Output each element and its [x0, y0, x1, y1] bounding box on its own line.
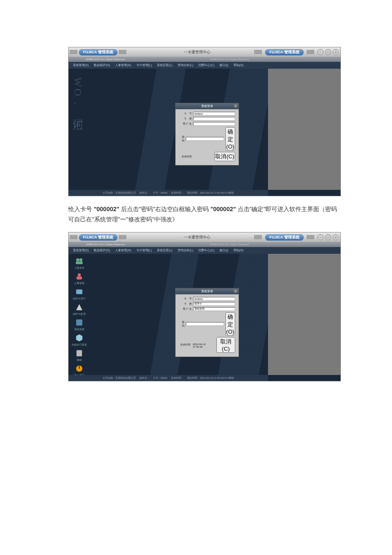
instruction-text: 怆入卡号 "000002" 后点击"密码"右边空白框输入密码 "000002" … [68, 204, 341, 224]
grip-icon [254, 50, 262, 54]
close-button[interactable]: × [333, 49, 339, 55]
card-no-input[interactable] [193, 112, 235, 116]
svg-rect-4 [77, 276, 82, 279]
max-button[interactable]: □ [325, 234, 331, 240]
login-time-label: 登录时间 [179, 343, 190, 347]
menu-item[interactable]: 查询分析(L) [178, 248, 193, 253]
grip-icon [307, 50, 314, 54]
sidebar-item-help[interactable]: 帮助 [75, 349, 84, 362]
menubar: 系统管理(S) 数据维护(D) 人事管理(D) 卡片管理(L) 系统设置(L) … [69, 247, 340, 254]
svg-point-0 [76, 259, 79, 262]
grip-icon [119, 235, 127, 239]
login-screenshot-2: FUJICA 管理系统 一卡通管理中心 FUJICA 管理系统 − □ × 20… [68, 232, 341, 381]
password-input[interactable] [186, 322, 224, 326]
password-input[interactable] [186, 137, 224, 141]
max-button[interactable]: □ [325, 49, 331, 55]
menu-item[interactable]: 人事管理(D) [115, 248, 131, 253]
svg-rect-9 [79, 366, 80, 369]
card-name-input[interactable] [193, 117, 235, 121]
brand-pill-left: FUJICA 管理系统 [79, 234, 118, 241]
brand-pill-left: FUJICA 管理系统 [79, 49, 118, 55]
right-panel [268, 69, 340, 190]
card-name-label: 卡 类 [179, 117, 192, 121]
menu-item[interactable]: 消费中心(C) [198, 63, 214, 67]
card-no-input[interactable] [193, 297, 235, 301]
min-button[interactable]: − [317, 49, 323, 55]
menu-item[interactable]: 数据维护(D) [94, 248, 110, 253]
sidebar-item-temp-handle[interactable]: 临时卡处理 [73, 302, 86, 316]
menu-item[interactable]: 系统管理(S) [73, 248, 89, 253]
svg-rect-5 [76, 290, 83, 294]
watermark: WO . 词汇 [71, 77, 85, 114]
min-button[interactable]: − [317, 234, 323, 240]
svg-point-1 [79, 259, 82, 262]
grip-icon [70, 235, 78, 239]
menu-item[interactable]: 系统管理(S) [73, 63, 89, 67]
grip-icon [254, 235, 262, 239]
login-time-label: 登录时间 [179, 155, 192, 159]
card-name-label: 卡 类 [179, 302, 192, 306]
menu-item[interactable]: 卡片管理(L) [136, 248, 152, 253]
sidebar-item-login[interactable]: 上线登录 [74, 256, 84, 270]
user-label: 用 户 名 [179, 122, 192, 126]
status-bar: 公司名称：安德科技有限公司 操作员： 卡号：00001 登录时间： 现在时间：2… [69, 190, 268, 196]
login-dialog-title: 系统登录 [176, 103, 239, 109]
svg-rect-7 [77, 350, 82, 357]
close-button[interactable]: × [333, 234, 339, 240]
login-dialog: 系统登录 卡 号 卡 类 用 户 名 密 码 [175, 288, 239, 357]
cancel-button[interactable]: 取消(C) [214, 152, 235, 161]
user-input[interactable] [193, 122, 235, 126]
svg-rect-6 [76, 320, 83, 326]
user-label: 用 户 名 [179, 307, 192, 311]
copyright-bar: 2008FUJICA ALL Rights Reserved 2008FUJIC… [69, 242, 340, 247]
menu-item[interactable]: 消费中心(C) [198, 248, 214, 253]
password-label: 密 码 [179, 320, 184, 328]
window-titlebar: FUJICA 管理系统 一卡通管理中心 FUJICA 管理系统 − □ × [69, 47, 340, 57]
svg-rect-2 [76, 262, 83, 264]
menu-item[interactable]: 窗口(I) [219, 63, 228, 67]
card-no-label: 卡 号 [179, 297, 192, 301]
right-panel [268, 254, 340, 375]
sidebar-item-hr[interactable]: 人事管理 [74, 272, 84, 285]
card-no-label: 卡 号 [179, 112, 192, 116]
menu-item[interactable]: 系统设置(L) [157, 63, 173, 67]
password-label: 密 码 [179, 135, 184, 143]
card-name-input[interactable] [193, 302, 235, 306]
sidebar-item-temp-issue[interactable]: 临时卡发行 [73, 287, 86, 301]
window-title: 一卡通管理中心 [141, 49, 253, 55]
menu-item[interactable]: 帮助(D) [233, 63, 244, 67]
status-bar: 公司名称：安德科技有限公司 操作员： 卡号：00001 登录时间： 现在时间：2… [69, 375, 268, 381]
menu-item[interactable]: 系统设置(L) [157, 248, 173, 253]
menu-item[interactable]: 数据维护(D) [94, 63, 110, 67]
menu-item[interactable]: 帮助(D) [233, 248, 244, 253]
login-screenshot-1: FUJICA 管理系统 一卡通管理中心 FUJICA 管理系统 − □ × 20… [68, 47, 341, 196]
ok-button[interactable]: 确定(O) [225, 312, 235, 336]
ok-button[interactable]: 确定(O) [225, 127, 235, 151]
window-title: 一卡通管理中心 [141, 235, 253, 240]
window-titlebar: FUJICA 管理系统 一卡通管理中心 FUJICA 管理系统 − □ × [69, 232, 340, 242]
brand-pill-right: FUJICA 管理系统 [265, 49, 304, 55]
grip-icon [70, 50, 78, 54]
grip-icon [307, 235, 314, 239]
close-icon[interactable] [233, 289, 238, 293]
user-input[interactable] [193, 307, 235, 311]
grip-icon [119, 50, 127, 54]
cancel-button[interactable]: 取消(C) [216, 337, 235, 353]
brand-pill-right: FUJICA 管理系统 [265, 234, 304, 241]
login-time-value: 2013-04-12 17:55:30 [192, 343, 215, 347]
sidebar-item-settings[interactable]: 系统设置 [74, 318, 84, 331]
sidebar: 上线登录 人事管理 临时卡发行 临时卡处理 系统设置 [69, 254, 90, 375]
copyright-bar: 2008FUJICA ALL Rights Reserved 2008FUJIC… [69, 57, 340, 62]
login-dialog-title: 系统登录 [176, 288, 239, 294]
close-icon[interactable] [233, 104, 238, 108]
menubar: 系统管理(S) 数据维护(D) 人事管理(D) 卡片管理(L) 系统设置(L) … [69, 62, 340, 69]
login-dialog: 系统登录 卡 号 卡 类 用 户 名 密 码 [175, 103, 239, 166]
menu-item[interactable]: 查询分析(L) [178, 63, 193, 67]
svg-point-3 [78, 273, 81, 276]
menu-item[interactable]: 人事管理(D) [115, 63, 131, 67]
login-time-value [193, 155, 213, 159]
sidebar-item-subsidy[interactable]: 补贴出口设置 [72, 333, 87, 347]
menu-item[interactable]: 卡片管理(L) [136, 63, 152, 67]
menu-item[interactable]: 窗口(I) [219, 248, 228, 253]
